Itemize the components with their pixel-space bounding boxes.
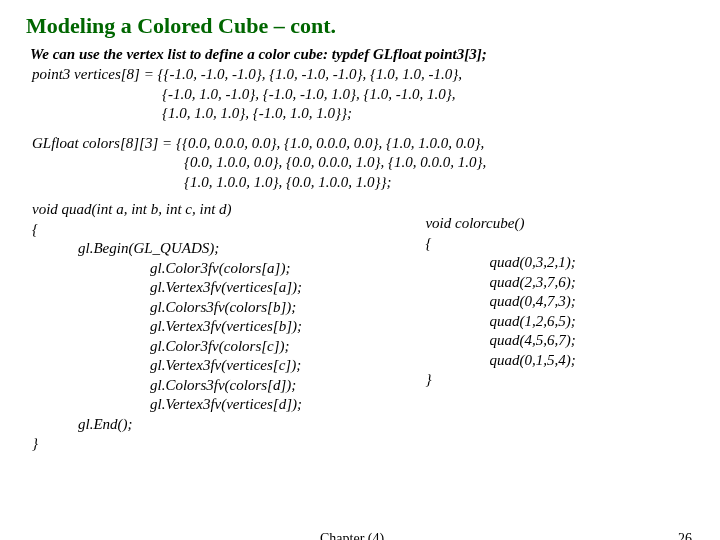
vertices-block: point3 vertices[8] = {{-1.0, -1.0, -1.0}… [32,65,694,124]
colorcube-function: void colorcube() { quad(0,3,2,1); quad(2… [425,200,706,454]
quad-begin: gl.Begin(GL_QUADS); [78,239,419,259]
vertices-l2: {-1.0, 1.0, -1.0}, {-1.0, -1.0, 1.0}, {1… [162,85,694,105]
quad-b4: gl.Vertex3fv(vertices[b]); [150,317,419,337]
colors-block: GLfloat colors[8][3] = {{0.0, 0.0.0, 0.0… [32,134,694,193]
cube-c3: quad(0,4,7,3); [489,292,706,312]
quad-b6: gl.Vertex3fv(vertices[c]); [150,356,419,376]
quad-b3: gl.Colors3fv(colors[b]); [150,298,419,318]
cube-c6: quad(0,1,5,4); [489,351,706,371]
cube-open: { [425,234,706,254]
quad-open: { [32,220,419,240]
quad-b5: gl.Color3fv(colors[c]); [150,337,419,357]
colors-l2: {0.0, 1.0.0, 0.0}, {0.0, 0.0.0, 1.0}, {1… [184,153,694,173]
quad-close: } [32,434,419,454]
intro-line: We can use the vertex list to define a c… [30,45,694,65]
quad-end: gl.End(); [78,415,419,435]
quad-b8: gl.Vertex3fv(vertices[d]); [150,395,419,415]
cube-c1: quad(0,3,2,1); [489,253,706,273]
page-number: 26 [678,530,692,540]
vertices-l3: {1.0, 1.0, 1.0}, {-1.0, 1.0, 1.0}}; [162,104,694,124]
chapter-label: Chapter (4) [320,530,384,540]
cube-c5: quad(4,5,6,7); [489,331,706,351]
colors-l1: GLfloat colors[8][3] = {{0.0, 0.0.0, 0.0… [32,134,694,154]
cube-sig: void colorcube() [425,214,706,234]
colors-l3: {1.0, 1.0.0, 1.0}, {0.0, 1.0.0, 1.0}}; [184,173,694,193]
cube-c2: quad(2,3,7,6); [489,273,706,293]
cube-close: } [425,370,706,390]
quad-b1: gl.Color3fv(colors[a]); [150,259,419,279]
quad-sig: void quad(int a, int b, int c, int d) [32,200,419,220]
quad-function: void quad(int a, int b, int c, int d) { … [32,200,419,454]
quad-b2: gl.Vertex3fv(vertices[a]); [150,278,419,298]
vertices-l1: point3 vertices[8] = {{-1.0, -1.0, -1.0}… [32,65,694,85]
cube-c4: quad(1,2,6,5); [489,312,706,332]
quad-b7: gl.Colors3fv(colors[d]); [150,376,419,396]
slide-title: Modeling a Colored Cube – cont. [26,12,694,41]
